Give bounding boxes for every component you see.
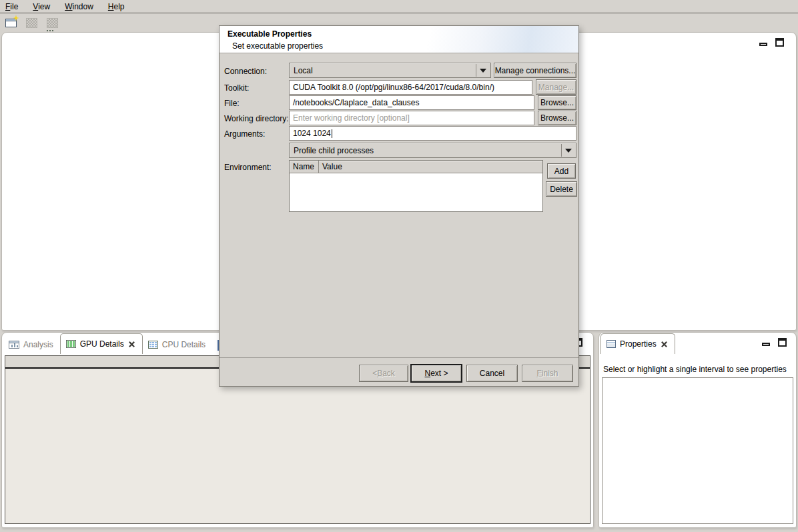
new-session-button[interactable] [3, 16, 18, 29]
toolkit-value: CUDA Toolkit 8.0 (/opt/pgi/linux86-64/20… [293, 83, 494, 92]
next-button[interactable]: Next > [410, 364, 462, 383]
manage-connections-button[interactable]: Manage connections... [494, 63, 576, 78]
save-all-button-disabled [45, 16, 59, 29]
save-all-icon [47, 18, 58, 28]
properties-view: Properties Select or highlight a single … [598, 332, 797, 528]
maximize-icon[interactable] [778, 338, 787, 347]
tab-properties[interactable]: Properties [601, 333, 675, 354]
text-cursor [332, 129, 332, 138]
add-environment-button[interactable]: Add [547, 163, 576, 179]
working-directory-field[interactable]: Enter working directory [optional] [289, 111, 534, 125]
properties-message: Select or highlight a single interval to… [603, 365, 787, 374]
working-directory-placeholder: Enter working directory [optional] [293, 113, 410, 123]
tab-cpu-details-label: CPU Details [162, 340, 206, 349]
profile-children-select[interactable]: Profile child processes [289, 143, 576, 158]
file-label: File: [224, 99, 240, 108]
arguments-label: Arguments: [224, 129, 265, 139]
delete-environment-button[interactable]: Delete [546, 181, 577, 197]
environment-col-name[interactable]: Name [290, 161, 319, 173]
save-icon [26, 18, 37, 28]
environment-table[interactable]: Name Value [289, 160, 543, 212]
browse-working-directory-button[interactable]: Browse... [538, 111, 576, 125]
browse-file-button[interactable]: Browse... [538, 95, 576, 110]
finish-button: Finish [522, 365, 573, 382]
manage-toolkit-button: Manage... [536, 79, 576, 95]
close-icon[interactable] [661, 341, 668, 348]
minimize-icon[interactable] [762, 343, 770, 346]
tab-cpu-details[interactable]: CPU Details [143, 335, 212, 354]
dialog-subtitle: Set executable properties [232, 41, 323, 51]
arguments-field[interactable]: 1024 1024 [289, 126, 576, 141]
menu-window[interactable]: Window [65, 2, 93, 11]
menu-view[interactable]: View [33, 2, 50, 11]
properties-content [602, 377, 793, 524]
maximize-icon[interactable] [775, 38, 784, 47]
menu-file[interactable]: File [5, 2, 18, 11]
tab-properties-label: Properties [620, 339, 657, 349]
chevron-down-icon[interactable] [561, 144, 575, 157]
tab-analysis[interactable]: Analysis [3, 335, 60, 354]
dropdown-dots-icon [47, 30, 56, 31]
dialog-title: Executable Properties [228, 29, 312, 39]
arguments-value: 1024 1024 [293, 129, 331, 138]
executable-properties-dialog: Executable Properties Set executable pro… [219, 25, 579, 387]
environment-table-header: Name Value [290, 161, 542, 173]
connection-label: Connection: [224, 67, 267, 76]
cpu-details-icon [148, 341, 158, 349]
minimize-icon[interactable] [759, 43, 767, 46]
gpu-details-icon [66, 340, 76, 348]
tab-gpu-details-label: GPU Details [80, 339, 124, 349]
tab-gpu-details[interactable]: GPU Details [60, 333, 143, 354]
analysis-icon [9, 341, 19, 349]
file-field[interactable]: /notebooks/C/laplace_data_clauses [289, 95, 534, 110]
toolkit-field[interactable]: CUDA Toolkit 8.0 (/opt/pgi/linux86-64/20… [289, 80, 532, 95]
cancel-button[interactable]: Cancel [466, 365, 518, 382]
environment-col-value[interactable]: Value [319, 161, 542, 173]
back-button: < Back [359, 365, 408, 382]
working-directory-label: Working directory: [224, 114, 288, 123]
dialog-banner: Executable Properties Set executable pro… [220, 26, 578, 53]
profile-children-value: Profile child processes [294, 146, 374, 155]
file-value: /notebooks/C/laplace_data_clauses [293, 98, 419, 107]
menu-bar: File View Window Help [0, 0, 798, 13]
connection-select[interactable]: Local [289, 63, 491, 78]
chevron-down-icon[interactable] [476, 64, 490, 77]
properties-tabstrip: Properties [601, 333, 675, 354]
properties-icon [607, 340, 616, 348]
close-icon[interactable] [128, 341, 135, 348]
toolkit-label: Toolkit: [224, 83, 249, 93]
new-session-icon [5, 19, 17, 27]
tab-analysis-label: Analysis [23, 340, 53, 349]
menu-help[interactable]: Help [108, 2, 125, 11]
save-button-disabled [24, 16, 39, 29]
environment-label: Environment: [224, 163, 272, 172]
connection-value: Local [294, 66, 313, 75]
